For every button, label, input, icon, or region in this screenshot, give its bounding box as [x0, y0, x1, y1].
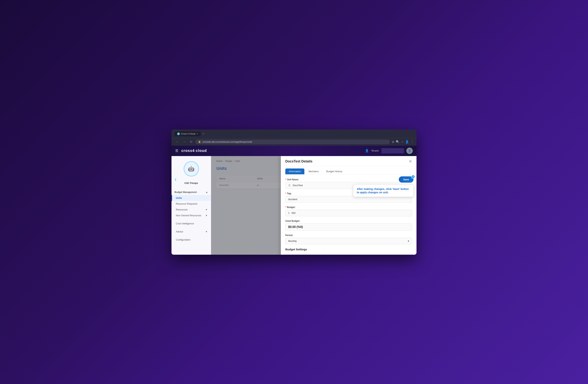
sidebar-item-configuration[interactable]: Configuration	[171, 237, 211, 243]
sidebar-section-config: Configuration	[171, 236, 211, 244]
sidebar-item-units[interactable]: Units	[171, 195, 211, 201]
modal-overlay: DocsTest Details ✕ Information Members B…	[211, 156, 417, 255]
dollar-sign-icon: $	[288, 211, 290, 214]
modal-tabs: Information Members Budget History	[281, 166, 417, 174]
budget-settings-grid: Enable Grow Up Auto increase the budget …	[285, 253, 412, 255]
sidebar-item-resources[interactable]: Resources▾	[171, 207, 211, 212]
tab-title: Cross 4 Cloud	[181, 133, 195, 135]
sidebar-item-cost-intelligence[interactable]: Cost Intelligence	[171, 221, 211, 227]
address-bar[interactable]: 🔒 console.dev.cross4cloud.com/app/finops…	[195, 139, 390, 144]
modal-header: DocsTest Details ✕	[281, 156, 417, 166]
tag-input[interactable]	[288, 198, 409, 201]
period-value: Monthly	[288, 240, 297, 242]
nav-actions: ⊞ 🔍 ☆ 👤 ⋮	[392, 140, 414, 144]
app-container: ☰ cross4·cloud 👤 Tenant: 👤 🤖 ❮	[171, 146, 417, 255]
budget-input-wrapper[interactable]: $	[285, 210, 412, 216]
refresh-button[interactable]: ↻	[189, 140, 193, 144]
tenant-label: Tenant:	[371, 149, 379, 152]
save-tooltip: After making changes, click 'Save' butto…	[353, 184, 414, 197]
forward-button[interactable]: →	[182, 140, 187, 144]
sidebar-logo-area: 🤖 ❮ C4C Finops	[171, 159, 211, 188]
calendar-icon: 🗓	[288, 184, 291, 187]
sidebar-item-non-owned-resources[interactable]: Non-Owned Resources▾	[171, 212, 211, 218]
back-button[interactable]: ←	[174, 140, 180, 144]
sidebar: 🤖 ❮ C4C Finops Budget Management ▲ Units…	[171, 156, 211, 255]
budget-management-label: Budget Management	[174, 191, 197, 193]
save-tooltip-text: After making changes, click 'Save' butto…	[357, 188, 409, 194]
period-label: Period:	[285, 234, 412, 237]
lock-icon: 🔒	[198, 140, 201, 143]
field-used-budget: Used Budget: $0.00 (%0)	[285, 220, 412, 230]
sidebar-section-cost: Cost Intelligence	[171, 219, 211, 228]
profile-icon[interactable]: 👤	[405, 140, 409, 144]
tab-information[interactable]: Information	[285, 169, 304, 174]
budget-input[interactable]	[291, 211, 409, 214]
top-nav: ☰ cross4·cloud 👤 Tenant: 👤	[171, 146, 417, 156]
avatar[interactable]: 👤	[406, 148, 413, 154]
sidebar-collapse-button[interactable]: ❮	[174, 178, 177, 181]
tab-members[interactable]: Members	[305, 169, 322, 174]
used-budget-value: $0.00 (%0)	[285, 223, 412, 230]
hamburger-icon[interactable]: ☰	[175, 149, 178, 153]
zoom-icon[interactable]: 🔍	[396, 140, 399, 144]
period-chevron-icon: ▾	[408, 240, 409, 242]
url-display: console.dev.cross4cloud.com/app/finops/u…	[202, 140, 252, 143]
field-budget: * Budget: $	[285, 206, 412, 216]
top-nav-left: ☰ cross4·cloud	[175, 149, 207, 153]
content-area: Home / Finops / Units Units + Create New…	[211, 156, 417, 255]
browser-titlebar: ⚡ Cross 4 Cloud ✕ +	[171, 130, 417, 138]
menu-icon[interactable]: ⋮	[410, 140, 414, 144]
extensions-icon[interactable]: ⊞	[392, 140, 394, 144]
app-logo: cross4·cloud	[181, 149, 207, 153]
sidebar-section-budget-header[interactable]: Budget Management ▲	[171, 189, 211, 195]
tenant-selector[interactable]	[381, 148, 404, 154]
save-wrapper: Save 3	[399, 176, 414, 183]
used-budget-label: Used Budget:	[285, 220, 412, 222]
tab-budget-history[interactable]: Budget History	[323, 169, 346, 174]
setting-card-regular-reporting: Regular Reporting Send notification ever…	[371, 253, 412, 255]
sidebar-logo-icon: 🤖	[188, 166, 194, 172]
budget-expand-icon: ▲	[206, 191, 208, 193]
top-nav-right: 👤 Tenant: 👤	[365, 148, 413, 154]
sidebar-item-advice[interactable]: Advice▾	[171, 229, 211, 234]
main-layout: 🤖 ❮ C4C Finops Budget Management ▲ Units…	[171, 156, 417, 255]
modal-close-button[interactable]: ✕	[409, 159, 412, 163]
period-select[interactable]: Monthly ▾	[285, 238, 412, 244]
tag-input-wrapper[interactable]	[285, 196, 412, 203]
browser-window: ⚡ Cross 4 Cloud ✕ + ← → ↻ 🔒 console.dev.…	[171, 130, 417, 255]
sidebar-org-name: C4C Finops	[184, 182, 198, 184]
browser-tab[interactable]: ⚡ Cross 4 Cloud ✕	[174, 131, 201, 136]
setting-card-enable-grow-up: Enable Grow Up Auto increase the budget …	[285, 253, 326, 255]
budget-settings-title: Budget Settings	[285, 248, 412, 251]
save-badge: 3	[411, 175, 415, 179]
budget-label: * Budget:	[285, 206, 412, 209]
browser-nav: ← → ↻ 🔒 console.dev.cross4cloud.com/app/…	[171, 138, 417, 146]
sidebar-item-resource-requests[interactable]: Resource Requests	[171, 201, 211, 207]
setting-card-auto-approval: Auto Approval Can open resources without…	[328, 253, 369, 255]
modal-panel: DocsTest Details ✕ Information Members B…	[281, 156, 417, 255]
close-tab-button[interactable]: ✕	[196, 133, 198, 135]
bookmark-icon[interactable]: ☆	[401, 140, 404, 144]
sidebar-logo-circle: 🤖	[184, 161, 199, 176]
sidebar-section-budget: Budget Management ▲ Units Resource Reque…	[171, 188, 211, 219]
tab-favicon: ⚡	[177, 133, 180, 135]
sidebar-section-advice: Advice▾	[171, 228, 211, 236]
new-tab-button[interactable]: +	[203, 132, 204, 135]
field-period: Period: Monthly ▾	[285, 234, 412, 244]
modal-title: DocsTest Details	[285, 159, 313, 163]
user-icon: 👤	[365, 149, 369, 153]
